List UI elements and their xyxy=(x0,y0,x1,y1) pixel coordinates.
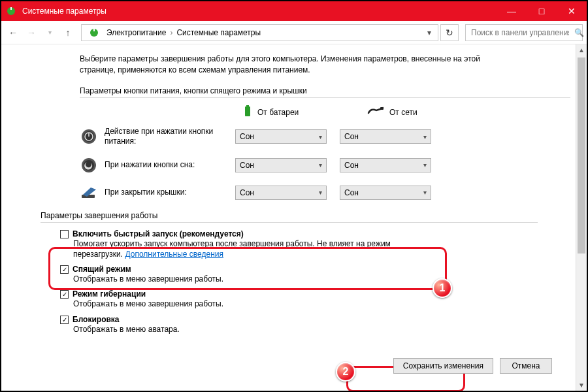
power-button-icon xyxy=(80,127,98,146)
dialog-buttons: Сохранить изменения Отмена xyxy=(393,358,552,374)
recent-dropdown[interactable]: ▾ xyxy=(42,25,57,41)
scroll-thumb[interactable] xyxy=(578,57,585,253)
breadcrumb-item-1[interactable]: Электропитание xyxy=(106,28,166,37)
chk-sleep-label: Спящий режим xyxy=(73,265,131,274)
chk-sleep: Спящий режим Отображать в меню завершени… xyxy=(60,265,557,284)
svg-rect-6 xyxy=(380,107,384,110)
navbar: ← → ▾ ↑ Электропитание › Системные парам… xyxy=(1,21,587,44)
svg-rect-5 xyxy=(246,105,249,107)
column-battery: От батареи xyxy=(243,105,335,120)
select-power-battery[interactable]: Сон▾ xyxy=(235,129,327,144)
search-icon: 🔍 xyxy=(574,28,584,37)
chk-fast-startup: Включить быстрый запуск (рекомендуется) … xyxy=(60,229,557,259)
titlebar: Системные параметры — □ ✕ xyxy=(1,1,587,21)
window-title: Системные параметры xyxy=(22,7,106,16)
breadcrumb[interactable]: Электропитание › Системные параметры ▾ xyxy=(81,24,438,41)
annotation-badge-1: 1 xyxy=(433,278,452,298)
save-button[interactable]: Сохранить изменения xyxy=(393,358,493,374)
search-box[interactable]: 🔍 xyxy=(465,24,583,41)
svg-rect-1 xyxy=(10,7,12,10)
chk-hibernate: Режим гибернации Отображать в меню завер… xyxy=(60,289,557,309)
close-button[interactable]: ✕ xyxy=(557,1,587,21)
breadcrumb-dropdown-icon[interactable]: ▾ xyxy=(425,28,434,37)
content-area: Выберите параметры завершения работы для… xyxy=(1,44,587,391)
chevron-down-icon: ▾ xyxy=(319,189,322,196)
link-more-info[interactable]: Дополнительные сведения xyxy=(125,250,223,259)
app-icon xyxy=(5,5,17,17)
section-shutdown-title: Параметры завершения работы xyxy=(41,211,557,223)
window: Системные параметры — □ ✕ ← → ▾ ↑ Электр… xyxy=(0,0,588,392)
column-battery-label: От батареи xyxy=(257,108,299,117)
select-sleep-battery[interactable]: Сон▾ xyxy=(235,158,327,172)
row-sleep-button: При нажатии кнопки сна: Сон▾ Сон▾ xyxy=(80,156,557,174)
chk-lock: Блокировка Отображать в меню аватара. xyxy=(60,315,557,335)
shutdown-section: Параметры завершения работы Включить быс… xyxy=(41,211,557,335)
chk-hiber-desc: Отображать в меню завершения работы. xyxy=(73,299,426,309)
chevron-down-icon: ▾ xyxy=(319,161,322,169)
svg-rect-4 xyxy=(245,106,250,116)
chk-sleep-desc: Отображать в меню завершения работы. xyxy=(73,274,426,284)
select-lid-plugged[interactable]: Сон▾ xyxy=(340,186,431,200)
breadcrumb-item-2[interactable]: Системные параметры xyxy=(176,28,261,37)
cancel-button[interactable]: Отмена xyxy=(500,358,552,374)
checkbox-fast-startup[interactable] xyxy=(60,230,69,238)
column-header: От батареи От сети xyxy=(243,105,557,120)
refresh-button[interactable]: ↻ xyxy=(440,24,459,41)
row-lid-label: При закрытии крышки: xyxy=(105,188,235,198)
chk-hiber-label: Режим гибернации xyxy=(73,289,146,299)
chevron-down-icon: ▾ xyxy=(423,133,427,140)
minimize-button[interactable]: — xyxy=(497,1,527,21)
vertical-scrollbar[interactable]: ▲ ▼ xyxy=(576,44,587,391)
back-button[interactable]: ← xyxy=(5,25,21,41)
search-input[interactable] xyxy=(470,27,570,38)
plug-icon xyxy=(367,106,384,118)
scroll-down-icon[interactable]: ▼ xyxy=(576,380,587,391)
maximize-button[interactable]: □ xyxy=(527,1,557,21)
chk-lock-desc: Отображать в меню аватара. xyxy=(73,324,426,335)
window-controls: — □ ✕ xyxy=(497,1,587,21)
checkbox-lock[interactable] xyxy=(60,316,69,324)
chk-fast-desc: Помогает ускорить запуск компьютера посл… xyxy=(73,238,426,259)
location-icon xyxy=(88,27,100,39)
column-plugged: От сети xyxy=(367,105,459,120)
chk-lock-label: Блокировка xyxy=(73,315,120,324)
chevron-down-icon: ▾ xyxy=(423,161,427,169)
chevron-down-icon: ▾ xyxy=(319,133,322,140)
chevron-down-icon: ▾ xyxy=(423,189,427,196)
row-lid: При закрытии крышки: Сон▾ Сон▾ xyxy=(80,184,557,202)
svg-rect-3 xyxy=(93,29,95,31)
select-lid-battery[interactable]: Сон▾ xyxy=(235,186,327,200)
breadcrumb-sep: › xyxy=(170,28,172,37)
content: Выберите параметры завершения работы для… xyxy=(1,44,576,391)
chk-fast-label: Включить быстрый запуск (рекомендуется) xyxy=(73,229,244,238)
annotation-badge-2: 2 xyxy=(336,362,355,382)
column-plugged-label: От сети xyxy=(389,108,417,117)
scroll-up-icon[interactable]: ▲ xyxy=(576,44,587,56)
lid-icon xyxy=(80,184,98,202)
checkbox-hibernate[interactable] xyxy=(60,290,69,299)
row-power-label: Действие при нажатии кнопки питания: xyxy=(105,127,235,147)
intro-text: Выберите параметры завершения работы для… xyxy=(80,54,504,76)
checkbox-sleep[interactable] xyxy=(60,265,69,274)
up-button[interactable]: ↑ xyxy=(60,25,76,41)
row-power-button: Действие при нажатии кнопки питания: Сон… xyxy=(80,127,557,147)
forward-button[interactable]: → xyxy=(24,25,39,41)
section-power-title: Параметры кнопки питания, кнопки спящего… xyxy=(80,86,557,98)
battery-icon xyxy=(243,105,252,120)
select-sleep-plugged[interactable]: Сон▾ xyxy=(340,158,431,172)
row-sleep-label: При нажатии кнопки сна: xyxy=(105,160,235,171)
select-power-plugged[interactable]: Сон▾ xyxy=(340,129,431,144)
sleep-button-icon xyxy=(80,156,98,174)
